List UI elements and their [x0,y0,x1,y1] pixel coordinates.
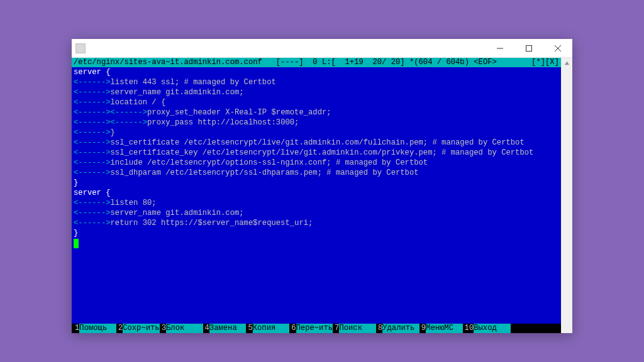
fkey-label: Помощь [79,324,116,333]
editor-status-line: /etc/nginx/sites-ava~it.adminkin.com.con… [72,58,561,67]
fkey-10[interactable]: 10Выход [463,324,511,333]
text-cursor [74,239,79,248]
editor-line: <------><------>proxy_set_header X-Real-… [74,107,559,118]
fkey-number: 1 [73,324,79,333]
status-left: /etc/nginx/sites-ava~it.adminkin.com.con… [74,58,497,67]
editor-line: <------>listen 443 ssl; # managed by Cer… [74,77,559,87]
fkey-3[interactable]: 3Блок [160,324,203,333]
fkey-label: Поиск [339,324,376,333]
editor-line: <------>location / { [74,97,559,107]
fkey-9[interactable]: 9МенюMC [419,324,463,333]
maximize-icon [526,45,532,52]
editor-line: <------>include /etc/letsencrypt/options… [74,158,559,168]
minimize-icon [497,45,503,52]
fkey-number: 3 [160,324,166,333]
fkey-number: 5 [246,324,252,333]
editor-line: <------>ssl_dhparam /etc/letsencrypt/ssl… [74,168,559,178]
titlebar[interactable] [72,39,572,58]
close-button[interactable] [543,39,572,57]
editor-line: } [74,178,559,188]
fkey-number: 4 [203,324,209,333]
fkey-7[interactable]: 7Поиск [333,324,376,333]
fkey-5[interactable]: 5Копия [246,324,289,333]
editor-line: <------>return 302 https://$server_name$… [74,218,559,228]
fkey-4[interactable]: 4Замена [203,324,247,333]
fkey-number: 10 [463,324,474,333]
titlebar-left [75,43,89,53]
cursor-line [74,238,559,248]
fkey-6[interactable]: 6Пере~ить [289,324,333,333]
client-area: /etc/nginx/sites-ava~it.adminkin.com.con… [72,58,572,333]
editor-line: <------>} [74,128,559,138]
scroll-up-icon[interactable] [562,58,572,69]
close-icon [555,45,561,52]
editor-line: <------>listen 80; [74,198,559,208]
editor-line: <------>server_name git.adminkin.com; [74,208,559,218]
fkey-8[interactable]: 8Удалить [376,324,419,333]
editor-line: <------>ssl_certificate_key /etc/letsenc… [74,148,559,158]
fkey-label: Сохр~ить [123,324,160,333]
editor-body[interactable]: server {<------>listen 443 ssl; # manage… [72,67,561,324]
editor-line: server { [74,67,559,77]
app-window: /etc/nginx/sites-ava~it.adminkin.com.con… [72,39,572,333]
editor-line: server { [74,188,559,198]
status-right: [*][X] [531,58,559,67]
fkey-number: 9 [419,324,426,333]
fkey-label: Блок [166,324,203,333]
fkey-number: 7 [333,324,339,333]
fkey-number: 2 [116,324,123,333]
maximize-button[interactable] [514,39,543,57]
editor-line: <------><------>proxy_pass http://localh… [74,118,559,128]
editor-line: <------>ssl_certificate /etc/letsencrypt… [74,138,559,148]
svg-rect-0 [526,45,532,51]
fkey-number: 8 [376,324,382,333]
fkey-1[interactable]: 1Помощь [73,324,116,333]
window-controls [486,39,572,57]
terminal[interactable]: /etc/nginx/sites-ava~it.adminkin.com.con… [72,58,561,333]
fkey-2[interactable]: 2Сохр~ить [116,324,160,333]
fkey-label: Пере~ить [296,324,333,333]
fkey-number: 6 [289,324,296,333]
fkey-label: Удалить [382,324,419,333]
fkey-label: Замена [209,324,247,333]
fkey-label: МенюMC [426,324,463,333]
minimize-button[interactable] [486,39,514,57]
editor-line: <------>server_name git.adminkin.com; [74,87,559,97]
fkey-bar: 1Помощь 2Сохр~ить3Блок 4Замена 5Копия 6П… [72,324,561,333]
app-icon [75,43,86,53]
fkey-label: Копия [253,324,290,333]
fkey-label: Выход [474,324,511,333]
editor-line: } [74,228,559,238]
vertical-scrollbar[interactable] [561,58,572,333]
